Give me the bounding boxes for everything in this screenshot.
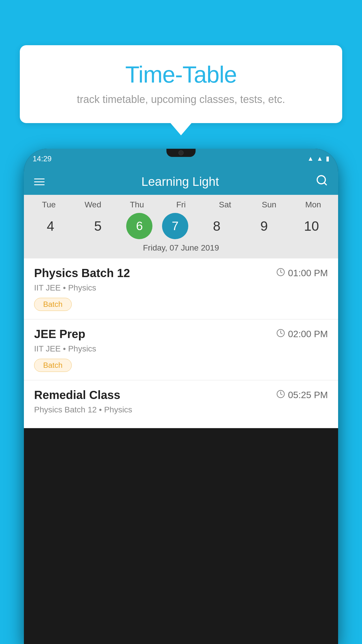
app-header: Learning Light — [24, 169, 338, 195]
hamburger-line-2 — [34, 181, 45, 182]
class-name-3: Remedial Class — [34, 388, 120, 402]
day-header-fri: Fri — [162, 200, 200, 209]
class-item-jee-prep[interactable]: JEE Prep 02:00 PM IIT JEE • Physics Batc… — [24, 319, 338, 380]
speech-bubble-arrow — [171, 123, 191, 135]
camera-dot — [178, 150, 184, 155]
calendar-strip: Tue Wed Thu Fri Sat Sun Mon 4 5 6 7 8 9 … — [24, 195, 338, 258]
search-icon[interactable] — [316, 174, 328, 189]
clock-icon — [276, 268, 285, 279]
day-5[interactable]: 5 — [79, 213, 117, 239]
speech-bubble-title: Time-Table — [37, 61, 325, 88]
time-label-3: 05:25 PM — [288, 390, 328, 400]
hamburger-menu-icon[interactable] — [34, 178, 45, 185]
class-meta-2: IIT JEE • Physics — [34, 344, 328, 354]
day-header-sun: Sun — [250, 200, 288, 209]
day-header-thu: Thu — [118, 200, 156, 209]
speech-bubble: Time-Table track timetable, upcoming cla… — [20, 45, 342, 123]
hamburger-line-3 — [34, 184, 45, 185]
notch — [166, 149, 196, 157]
status-icons — [307, 155, 329, 162]
wifi-icon — [307, 155, 314, 162]
class-time-2: 02:00 PM — [276, 329, 328, 340]
day-header-mon: Mon — [294, 200, 332, 209]
day-header-tue: Tue — [30, 200, 68, 209]
day-numbers: 4 5 6 7 8 9 10 — [24, 213, 338, 239]
class-name: Physics Batch 12 — [34, 267, 130, 280]
class-meta: IIT JEE • Physics — [34, 283, 328, 293]
class-list: Physics Batch 12 01:00 PM IIT JEE • Phys… — [24, 258, 338, 428]
day-9[interactable]: 9 — [245, 213, 283, 239]
app-title: Learning Light — [141, 175, 219, 189]
class-name-2: JEE Prep — [34, 328, 85, 341]
class-meta-3: Physics Batch 12 • Physics — [34, 405, 328, 414]
speech-bubble-subtitle: track timetable, upcoming classes, tests… — [37, 93, 325, 106]
battery-icon — [326, 155, 329, 162]
class-item-physics-batch-12[interactable]: Physics Batch 12 01:00 PM IIT JEE • Phys… — [24, 258, 338, 319]
class-time-3: 05:25 PM — [276, 390, 328, 400]
batch-badge: Batch — [34, 298, 72, 311]
time-label: 01:00 PM — [288, 268, 328, 279]
svg-line-1 — [324, 183, 326, 185]
class-item-remedial[interactable]: Remedial Class 05:25 PM Physics Batch 12… — [24, 380, 338, 428]
status-time: 14:29 — [33, 154, 52, 163]
clock-icon-3 — [276, 390, 285, 400]
hamburger-line-1 — [34, 178, 45, 179]
class-item-header-3: Remedial Class 05:25 PM — [34, 388, 328, 402]
class-time: 01:00 PM — [276, 268, 328, 279]
day-header-sat: Sat — [206, 200, 244, 209]
class-item-header-2: JEE Prep 02:00 PM — [34, 328, 328, 341]
batch-badge-2: Batch — [34, 359, 72, 372]
day-6-today[interactable]: 6 — [126, 213, 152, 239]
selected-date-label: Friday, 07 June 2019 — [24, 239, 338, 255]
clock-icon-2 — [276, 329, 285, 340]
signal-icon — [317, 155, 323, 162]
day-8[interactable]: 8 — [198, 213, 236, 239]
time-label-2: 02:00 PM — [288, 329, 328, 340]
day-headers: Tue Wed Thu Fri Sat Sun Mon — [24, 200, 338, 209]
day-4[interactable]: 4 — [31, 213, 69, 239]
day-header-wed: Wed — [74, 200, 112, 209]
day-10[interactable]: 10 — [293, 213, 331, 239]
day-7-selected[interactable]: 7 — [162, 213, 188, 239]
phone-frame: 14:29 Learning Light Tue Wed Thu — [24, 149, 338, 644]
status-bar: 14:29 — [24, 149, 338, 169]
speech-bubble-wrapper: Time-Table track timetable, upcoming cla… — [20, 45, 342, 135]
class-item-header: Physics Batch 12 01:00 PM — [34, 267, 328, 280]
